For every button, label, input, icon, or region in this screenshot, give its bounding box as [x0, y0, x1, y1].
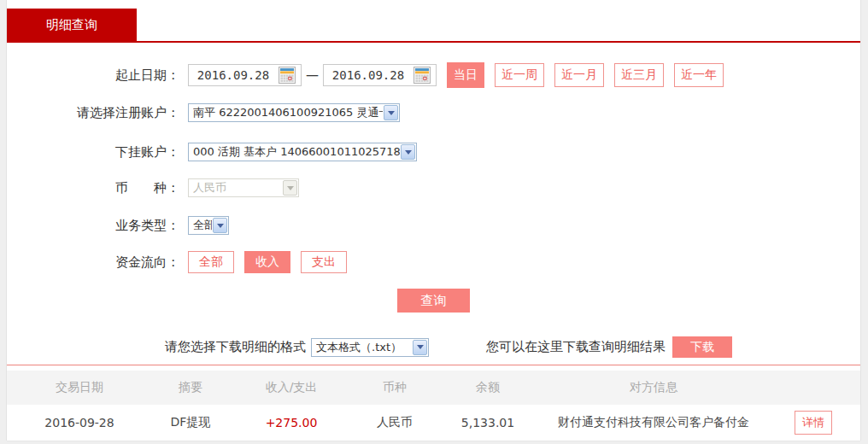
- download-row: 请您选择下载明细的格式 文本格式（.txt） 您可以在这里下载查询明细结果 下载: [7, 336, 860, 358]
- query-button-row: 查询: [7, 289, 860, 313]
- header-counterparty: 对方信息: [527, 380, 780, 395]
- header-currency: 币种: [341, 380, 449, 395]
- tab-bar: 明细查询: [7, 0, 860, 43]
- header-balance: 余额: [449, 380, 527, 395]
- table-header-row: 交易日期 摘要 收入/支出 币种 余额 对方信息: [7, 371, 860, 405]
- quick-range-quarter-button[interactable]: 近三月: [614, 63, 664, 87]
- sub-account-row: 下挂账户： 000 活期 基本户 1406600101102571848: [7, 142, 860, 162]
- sub-account-label: 下挂账户：: [7, 144, 179, 161]
- chevron-down-icon[interactable]: [401, 144, 415, 160]
- date-range-label: 起止日期：: [7, 67, 179, 84]
- tab-detail-query[interactable]: 明细查询: [7, 9, 137, 41]
- table-separator-line: [7, 365, 860, 365]
- registered-account-value: 南平 6222001406100921065 灵通卡: [193, 105, 383, 120]
- fund-flow-all-button[interactable]: 全部: [188, 251, 234, 273]
- cell-counterparty: 财付通支付科技有限公司客户备付金: [527, 415, 780, 430]
- chevron-down-icon[interactable]: [413, 340, 427, 355]
- business-type-row: 业务类型： 全部: [7, 215, 860, 236]
- fund-flow-row: 资金流向： 全部 收入 支出: [7, 250, 860, 274]
- sub-account-value: 000 活期 基本户 1406600101102571848: [193, 144, 400, 160]
- quick-range-month-button[interactable]: 近一月: [554, 63, 604, 87]
- cell-balance: 5,133.01: [449, 416, 527, 429]
- header-summary: 摘要: [139, 380, 242, 395]
- query-button[interactable]: 查询: [397, 289, 470, 313]
- header-trade-date: 交易日期: [20, 380, 139, 395]
- calendar-icon[interactable]: [278, 66, 296, 85]
- start-date-input[interactable]: [189, 68, 278, 82]
- currency-row: 币 种： 人民币: [7, 178, 860, 198]
- business-type-select[interactable]: 全部: [188, 216, 229, 235]
- date-range-row: 起止日期： —: [7, 62, 860, 88]
- download-button[interactable]: 下载: [672, 336, 732, 358]
- chevron-down-icon[interactable]: [213, 218, 227, 233]
- detail-button[interactable]: 详情: [795, 411, 832, 435]
- fund-flow-label: 资金流向：: [7, 254, 179, 271]
- chevron-down-icon: [283, 180, 297, 196]
- download-format-value: 文本格式（.txt）: [316, 340, 402, 355]
- business-type-label: 业务类型：: [7, 218, 179, 234]
- fund-flow-expense-button[interactable]: 支出: [301, 251, 347, 273]
- cell-summary: DF提现: [139, 415, 242, 430]
- end-date-box: [323, 64, 437, 86]
- detail-query-panel: 明细查询 起止日期： —: [6, 0, 861, 441]
- table-row: 2016-09-28 DF提现 +275.00 人民币 5,133.01 财付通…: [7, 405, 860, 441]
- calendar-icon[interactable]: [413, 66, 431, 85]
- header-amount: 收入/支出: [242, 380, 341, 395]
- registered-account-select[interactable]: 南平 6222001406100921065 灵通卡: [188, 103, 400, 122]
- chevron-down-icon[interactable]: [384, 105, 398, 120]
- download-hint-text: 您可以在这里下载查询明细结果: [486, 339, 666, 355]
- date-range-separator: —: [306, 67, 319, 83]
- business-type-value: 全部: [193, 218, 212, 233]
- end-date-input[interactable]: [324, 68, 413, 82]
- download-format-select[interactable]: 文本格式（.txt）: [311, 338, 429, 357]
- fund-flow-income-button[interactable]: 收入: [244, 251, 290, 273]
- quick-range-year-button[interactable]: 近一年: [674, 63, 724, 87]
- download-format-label: 请您选择下载明细的格式: [165, 339, 306, 355]
- currency-label: 币 种：: [7, 180, 179, 196]
- registered-account-row: 请选择注册账户： 南平 6222001406100921065 灵通卡: [7, 102, 860, 123]
- quick-range-today-button[interactable]: 当日: [447, 62, 484, 88]
- registered-account-label: 请选择注册账户：: [7, 105, 179, 121]
- quick-range-week-button[interactable]: 近一周: [495, 63, 544, 87]
- cell-trade-date: 2016-09-28: [20, 416, 139, 429]
- cell-currency: 人民币: [341, 415, 449, 430]
- start-date-box: [188, 64, 302, 86]
- currency-value: 人民币: [193, 180, 226, 196]
- currency-select: 人民币: [188, 178, 299, 197]
- sub-account-select[interactable]: 000 活期 基本户 1406600101102571848: [188, 143, 417, 161]
- cell-amount: +275.00: [242, 416, 341, 429]
